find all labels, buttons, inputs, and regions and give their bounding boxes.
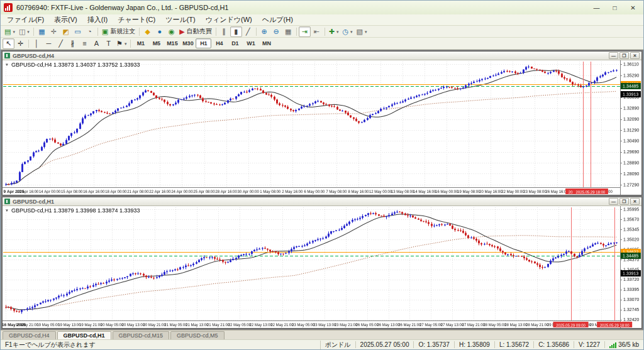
menu-bar: ファイル(F)表示(V)挿入(I)チャート(C)ツール(T)ウィンドウ(W)ヘル… (1, 14, 643, 26)
chart-tab-gbpusd-cd-h4[interactable]: GBPUSD-cd,H4 (3, 331, 56, 339)
menu-item[interactable]: 表示(V) (49, 14, 82, 25)
chevron-down-icon[interactable]: ▾ (125, 41, 127, 46)
chevron-down-icon[interactable]: ▾ (13, 30, 15, 34)
menu-item[interactable]: ツール(T) (160, 14, 201, 25)
auto-scroll-button[interactable]: ⇥ (299, 26, 311, 37)
child-minimize-button[interactable]: — (609, 52, 618, 59)
toolbar-separator (33, 28, 34, 36)
status-open: O: 1.35737 (413, 341, 453, 348)
menu-item[interactable]: ヘルプ(H) (257, 14, 298, 25)
line-chart-type-button[interactable]: ╱ (242, 26, 254, 37)
candle-chart-type-button[interactable]: ▮ (230, 26, 242, 37)
minimize-button[interactable]: — (587, 2, 606, 14)
periods-button[interactable]: ◷▾ (340, 26, 354, 37)
ohlc-text: GBPUSD-cd,H4 1.33873 1.34037 1.33752 1.3… (11, 62, 140, 68)
toolbar-separator (256, 28, 257, 36)
zoom-in-button[interactable]: ⊕ (258, 26, 270, 37)
menu-item[interactable]: 挿入(I) (82, 14, 113, 25)
chart-shift-button[interactable]: ⇤ (311, 26, 323, 37)
equidistant-channel-button[interactable]: ∦ (67, 38, 79, 49)
strategy-tester-icon: ◔ (87, 28, 92, 35)
title-bar[interactable]: 60796940: FXTF-Live - Goldenway Japan Co… (1, 1, 643, 14)
menu-item[interactable]: チャート(C) (113, 14, 160, 25)
strategy-tester-button[interactable]: ◔ (84, 26, 96, 37)
toolbar-standard: ▤▾◫▾▦✛◩▭◔▣新規注文◆●◉▶自動売買∥▮╱⊕⊖▦⇥⇤✚▾◷▾▧▾ (1, 26, 643, 38)
vertical-line-button[interactable]: │ (31, 38, 43, 49)
menu-item[interactable]: ウィンドウ(W) (201, 14, 257, 25)
chevron-down-icon[interactable]: ▾ (27, 30, 30, 34)
chart-canvas-h1[interactable] (3, 206, 641, 328)
child-close-button[interactable]: ✕ (630, 52, 640, 59)
horizontal-line-button[interactable]: ─ (43, 38, 55, 49)
crosshair-button[interactable]: ✛ (14, 38, 26, 49)
arrows-button[interactable]: ⚑▾ (114, 38, 128, 49)
timeframe-h1-button[interactable]: H1 (196, 38, 211, 48)
status-time: 2025.05.27 05:00 (355, 341, 414, 348)
chart-canvas-h4[interactable] (3, 60, 641, 195)
templates-button[interactable]: ▧▾ (355, 26, 369, 37)
child-minimize-button[interactable]: — (609, 198, 618, 205)
new-order-button[interactable]: ▣新規注文 (100, 26, 137, 37)
new-chart-button[interactable]: ▤▾ (3, 26, 17, 37)
mql5-profile-button[interactable]: ● (153, 26, 165, 37)
line-chart-type-icon: ╱ (246, 28, 250, 35)
auto-trading-button[interactable]: ▶自動売買 (177, 26, 213, 37)
vertical-line-icon: │ (35, 40, 39, 47)
timeframe-m15-button[interactable]: M15 (164, 38, 180, 48)
child-close-button[interactable]: ✕ (630, 198, 640, 205)
chart-tab-gbpusd-cd-m5[interactable]: GBPUSD-cd,M5 (170, 331, 225, 339)
terminal-button[interactable]: ▭ (72, 26, 84, 37)
metaeditor-icon: ◆ (145, 28, 150, 35)
chart-window-h4: GBPUSD-cd,H4 — ❐ ✕ ▼ GBPUSD-cd,H4 1.3387… (2, 51, 642, 195)
bar-chart-type-button[interactable]: ∥ (218, 26, 230, 37)
mql5-community-button[interactable]: ◉ (165, 26, 177, 37)
metaeditor-button[interactable]: ◆ (142, 26, 153, 37)
data-window-button[interactable]: ✛ (48, 26, 60, 37)
status-bar: F1キーでヘルプが表示されます ポンドル 2025.05.27 05:00O: … (1, 339, 643, 349)
timeframe-mn-button[interactable]: MN (258, 38, 274, 48)
text-button[interactable]: A (91, 38, 103, 49)
zoom-out-button[interactable]: ⊖ (270, 26, 282, 37)
indicators-list-button[interactable]: ✚▾ (327, 26, 341, 37)
auto-trading-label: 自動売買 (187, 28, 212, 35)
chevron-down-icon[interactable]: ▾ (336, 30, 339, 34)
chevron-down-icon[interactable]: ▾ (365, 30, 367, 34)
navigator-button[interactable]: ◩ (60, 26, 72, 37)
child-restore-button[interactable]: ❐ (619, 198, 629, 205)
timeframe-m30-button[interactable]: M30 (180, 38, 196, 48)
market-watch-button[interactable]: ▦ (36, 26, 48, 37)
toolbar-separator (216, 28, 216, 36)
text-label-button[interactable]: T (103, 38, 114, 49)
timeframe-h4-button[interactable]: H4 (211, 38, 227, 48)
crosshair-icon: ✛ (18, 40, 23, 47)
traffic-text: 36/5 kb (618, 341, 639, 348)
cursor-button[interactable]: ↖ (3, 38, 14, 49)
chart-tab-gbpusd-cd-h1[interactable]: GBPUSD-cd,H1 (57, 331, 111, 339)
trendline-button[interactable]: ╱ (55, 38, 67, 49)
tile-windows-button[interactable]: ▦ (282, 26, 294, 37)
one-click-expander-icon[interactable]: ▼ (5, 209, 9, 212)
window-title: 60796940: FXTF-Live - Goldenway Japan Co… (16, 4, 587, 11)
chart-window-h4-titlebar[interactable]: GBPUSD-cd,H4 — ❐ ✕ (3, 52, 641, 60)
chart-tab-gbpusd-cd-m15[interactable]: GBPUSD-cd,M15 (113, 331, 170, 339)
chart-window-h1-titlebar[interactable]: GBPUSD-cd,H1 — ❐ ✕ (3, 197, 641, 206)
one-click-expander-icon[interactable]: ▼ (5, 63, 9, 67)
close-button[interactable]: ✕ (624, 2, 642, 14)
chevron-down-icon[interactable]: ▾ (350, 30, 353, 34)
auto-scroll-icon: ⇥ (302, 28, 308, 35)
profiles-button[interactable]: ◫▾ (17, 26, 31, 37)
menu-item[interactable]: ファイル(F) (2, 14, 49, 25)
timeframe-m1-button[interactable]: M1 (133, 38, 148, 48)
chart-icon (4, 53, 10, 58)
child-restore-button[interactable]: ❐ (619, 52, 629, 59)
zoom-in-icon: ⊕ (262, 28, 267, 35)
timeframe-w1-button[interactable]: W1 (243, 38, 258, 48)
chart-icon (4, 199, 10, 204)
chart-window-h4-title: GBPUSD-cd,H4 (13, 53, 54, 59)
timeframe-m5-button[interactable]: M5 (148, 38, 164, 48)
timeframe-d1-button[interactable]: D1 (227, 38, 243, 48)
fibonacci-retracement-button[interactable]: ≡ (79, 38, 91, 49)
maximize-button[interactable]: □ (606, 2, 624, 14)
chart-area-h1: ▼ GBPUSD-cd,H1 1.33879 1.33998 1.33874 1… (3, 206, 641, 328)
auto-trading-icon: ▶ (179, 28, 184, 35)
